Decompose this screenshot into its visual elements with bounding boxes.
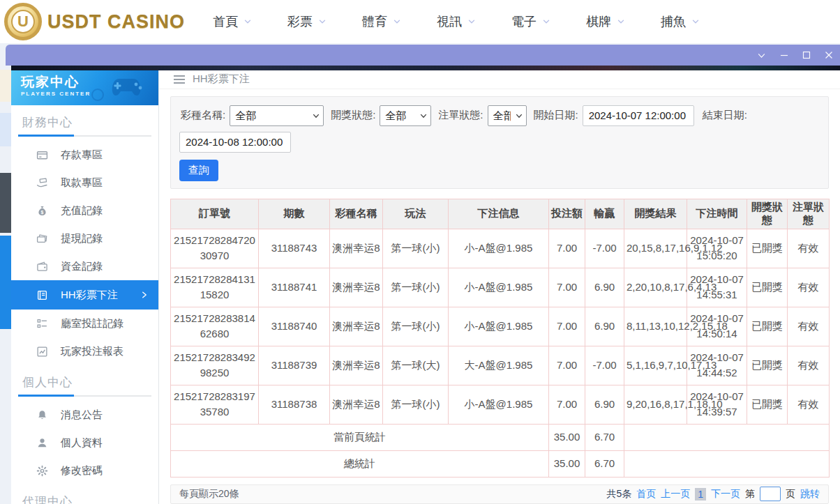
summary-label: 總統計 [171,450,549,477]
jump-page-input[interactable] [760,487,781,501]
end-date-label: 結束日期: [703,109,747,122]
cell-r0-c4: 小-A盤@1.985 [449,229,549,268]
summary-winloss-total: 6.70 [585,450,624,477]
sidebar-item-report[interactable]: 玩家投注報表 [11,337,158,365]
top-nav-item-3[interactable]: 視訊 [437,13,477,30]
sidebar-item-bell[interactable]: 消息公告 [11,401,158,429]
page-size-text: 每頁顯示20條 [179,488,239,501]
top-nav-item-6[interactable]: 捕魚 [661,13,700,30]
current-page[interactable]: 1 [695,488,706,501]
query-button[interactable]: 查詢 [179,160,218,181]
cell-r4-c9: 已開獎 [747,385,788,424]
sidebar-item-user[interactable]: 個人資料 [11,429,158,457]
cell-r3-c6: -7.00 [585,346,624,385]
start-date-input[interactable] [583,105,694,126]
cell-r1-c7: 2,20,10,8,17,6,4,13 [624,268,687,307]
coin-letter: U [11,10,35,33]
next-page-link[interactable]: 下一页 [711,488,740,501]
menu-toggle-icon[interactable] [173,75,186,84]
sidebar-item-withdrawal-record[interactable]: 提現記錄 [11,224,158,252]
cell-r4-c3: 第一球(小) [383,385,449,424]
content-header: HH彩票下注 [159,70,840,89]
hall-record-icon [36,317,49,330]
top-nav-label: 棋牌 [586,13,611,30]
cell-r3-c8: 2024-10-07 14:44:52 [687,346,747,385]
bets-table-wrap: 訂單號期數彩種名稱玩法下注信息投注額輸贏開獎結果下注時間開獎狀態注單狀態 215… [170,199,829,478]
sidebar-item-deposit[interactable]: 存款專區 [11,141,158,169]
chevron-down-icon [616,17,626,26]
brand-logo[interactable]: U USDT CASINO [4,3,185,40]
dialog-titlebar[interactable] [6,45,840,66]
cell-r4-c5: 7.00 [549,385,585,424]
user-icon [36,436,49,449]
recharge-icon: $ [36,204,49,217]
sidebar-item-label: 充值記錄 [61,204,103,217]
end-date-input[interactable] [179,132,291,153]
chevron-down-icon [392,17,402,26]
sidebar-item-gear[interactable]: 修改密碼 [11,457,158,484]
cell-r2-c4: 小-A盤@1.985 [449,307,549,346]
maximize-window-icon[interactable] [802,51,811,60]
cell-r2-c1: 31188740 [259,307,330,346]
col-header-5: 投注額 [549,199,585,229]
cell-r0-c0: 2152172828472030970 [171,229,259,268]
chevron-right-icon [140,291,149,299]
bets-table: 訂單號期數彩種名稱玩法下注信息投注額輸贏開獎結果下注時間開獎狀態注單狀態 215… [170,199,830,478]
chevron-down-window-icon[interactable] [757,51,766,60]
draw-status-select[interactable]: 全部 [380,105,431,126]
table-row: 215217282841311582031188741澳洲幸运8第一球(小)小-… [171,268,830,307]
sidebar-item-recharge[interactable]: $充值記錄 [11,197,158,224]
grand-total-summary-row: 總統計35.006.70 [171,450,830,477]
sidebar-item-funds[interactable]: 資金記錄 [11,252,158,280]
top-nav-label: 首頁 [213,13,238,30]
cell-r1-c9: 已開獎 [747,268,788,307]
cell-r4-c6: 6.90 [585,385,624,424]
summary-bet-total: 35.00 [549,450,585,477]
cell-r4-c10: 有效 [788,385,830,424]
top-nav-item-4[interactable]: 電子 [511,13,551,30]
col-header-9: 開獎狀態 [747,199,788,229]
top-nav-item-1[interactable]: 彩票 [287,13,327,30]
close-window-icon[interactable] [825,51,833,60]
cell-r4-c0: 2152172828319735780 [171,385,259,424]
jump-button[interactable]: 跳转 [800,488,820,501]
sidebar-item-label: HH彩票下注 [61,289,118,302]
sidebar-header: 玩家中心 PLAYERS CENTER [11,70,158,105]
cell-r2-c10: 有效 [788,307,830,346]
start-date-label: 開始日期: [534,109,578,122]
sidebar-item-label: 修改密碼 [61,464,103,478]
col-header-0: 訂單號 [171,199,259,229]
cell-r2-c9: 已開獎 [747,307,788,346]
main-content: HH彩票下注 彩種名稱: 全部 開獎狀態: [159,70,840,504]
window-controls [757,51,833,60]
dialog-top-strip [11,66,840,70]
top-nav-item-5[interactable]: 棋牌 [586,13,626,30]
sidebar-item-withdraw[interactable]: 取款專區 [11,169,158,197]
sidebar-item-hall-record[interactable]: 廳室投註記錄 [11,310,158,337]
top-nav: 首頁彩票體育視訊電子棋牌捕魚 [213,13,700,30]
cell-r3-c4: 大-A盤@1.985 [449,346,549,385]
cell-r0-c8: 2024-10-07 15:05:20 [687,229,747,268]
top-nav-item-2[interactable]: 體育 [362,13,402,30]
col-header-8: 下注時間 [687,199,747,229]
col-header-3: 玩法 [383,199,449,229]
circle-decoration [91,89,104,101]
minimize-window-icon[interactable] [780,51,788,60]
prev-page-link[interactable]: 上一页 [661,488,690,501]
order-status-label: 注單狀態: [438,109,483,122]
draw-status-label: 開獎狀態: [331,109,375,122]
summary-empty-cell [624,424,830,450]
section-divider [18,395,151,397]
current-page-summary-row: 當前頁統計35.006.70 [171,424,830,450]
col-header-6: 輸贏 [585,199,624,229]
top-nav-item-0[interactable]: 首頁 [213,13,253,30]
dialog-body: 玩家中心 PLAYERS CENTER 財務中心存款專區取款專區$充值記錄提現記… [11,70,840,504]
top-brand-bar: U USDT CASINO 首頁彩票體育視訊電子棋牌捕魚 [0,0,840,43]
first-page-link[interactable]: 首页 [636,488,656,501]
report-icon [36,345,49,358]
cell-r0-c9: 已開獎 [747,229,788,268]
top-nav-label: 電子 [511,13,537,30]
lottery-name-select[interactable]: 全部 [230,105,324,126]
sidebar-item-lottery-bet[interactable]: HH彩票下注 [11,280,158,310]
order-status-select[interactable]: 全部 [488,105,527,126]
